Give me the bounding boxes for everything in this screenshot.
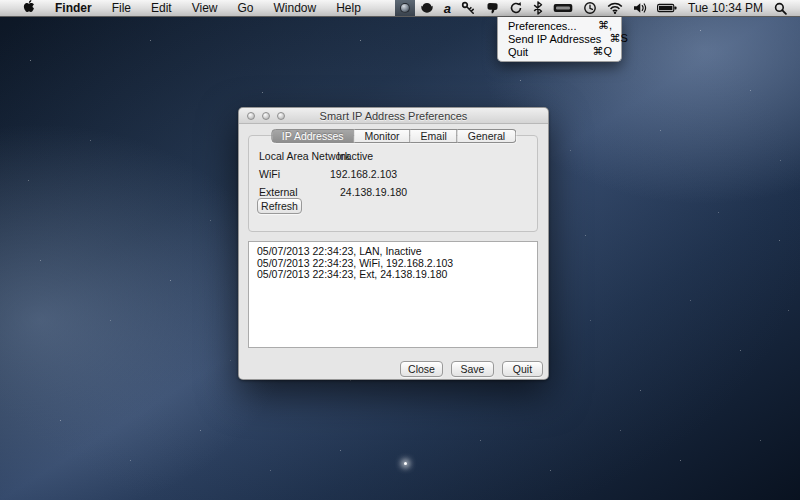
window-title-bar[interactable]: Smart IP Address Preferences	[239, 108, 548, 124]
close-button[interactable]: Close	[400, 361, 443, 377]
elephant-icon[interactable]	[480, 0, 504, 16]
zoom-window-button[interactable]	[277, 112, 285, 120]
sync-icon[interactable]	[504, 0, 528, 16]
keyboard-icon[interactable]	[548, 0, 578, 16]
desktop: Finder File Edit View Go Window Help a	[0, 0, 800, 500]
menu-item-send-ip-addresses[interactable]: Send IP Addresses ⌘S	[498, 32, 621, 45]
menu-extra-dropdown: Preferences... ⌘, Send IP Addresses ⌘S Q…	[497, 17, 622, 62]
key-icon[interactable]	[456, 0, 480, 16]
shortcut-preferences: ⌘,	[598, 19, 612, 32]
external-row: External 24.138.19.180	[259, 186, 298, 198]
apple-icon	[22, 0, 35, 17]
external-ip-value: 24.138.19.180	[340, 186, 407, 198]
menu-finder[interactable]: Finder	[45, 0, 102, 16]
menu-bar-left: Finder File Edit View Go Window Help	[0, 0, 371, 16]
volume-icon[interactable]	[628, 0, 652, 16]
menu-help[interactable]: Help	[326, 0, 371, 16]
bright-star	[404, 462, 407, 465]
minimize-window-button[interactable]	[262, 112, 270, 120]
shortcut-quit: ⌘Q	[592, 45, 612, 58]
menu-item-quit[interactable]: Quit ⌘Q	[498, 45, 621, 58]
window-title: Smart IP Address Preferences	[239, 110, 548, 122]
tab-monitor[interactable]: Monitor	[355, 129, 411, 143]
battery-icon[interactable]	[652, 0, 682, 16]
wifi-icon[interactable]	[602, 0, 628, 16]
time-machine-icon[interactable]	[578, 0, 602, 16]
tab-bar: IP Addresses Monitor Email General	[271, 129, 516, 143]
apple-menu[interactable]	[12, 0, 45, 16]
menu-file[interactable]: File	[102, 0, 141, 16]
traffic-lights	[239, 112, 285, 120]
tab-general[interactable]: General	[458, 129, 516, 143]
close-window-button[interactable]	[247, 112, 255, 120]
log-line: 05/07/2013 22:34:23, Ext, 24.138.19.180	[257, 269, 537, 281]
tab-email[interactable]: Email	[411, 129, 458, 143]
quit-button[interactable]: Quit	[502, 361, 543, 377]
preferences-window: Smart IP Address Preferences IP Addresse…	[238, 107, 549, 380]
lan-status: Inactive	[337, 150, 373, 162]
refresh-button[interactable]: Refresh	[257, 198, 302, 214]
lan-row: Local Area Network Inactive	[259, 150, 350, 162]
save-button[interactable]: Save	[451, 361, 494, 377]
menu-go[interactable]: Go	[228, 0, 264, 16]
growl-icon[interactable]	[415, 0, 439, 16]
wifi-label: WiFi	[259, 168, 280, 180]
ip-addresses-group-box: Local Area Network Inactive WiFi 192.168…	[248, 135, 538, 232]
menu-item-preferences[interactable]: Preferences... ⌘,	[498, 19, 621, 32]
external-label: External	[259, 186, 298, 198]
menu-bar: Finder File Edit View Go Window Help a	[0, 0, 800, 17]
menu-bar-status-area: a	[395, 0, 800, 16]
wifi-ip-value: 192.168.2.103	[330, 168, 397, 180]
smart-ip-orb-icon	[400, 3, 410, 13]
letter-a-icon[interactable]: a	[439, 0, 456, 16]
log-text-area[interactable]: 05/07/2013 22:34:23, LAN, Inactive 05/07…	[248, 241, 538, 348]
menu-bar-clock[interactable]: Tue 10:34 PM	[682, 1, 769, 15]
spotlight-icon[interactable]	[769, 0, 792, 16]
smart-ip-menu-extra[interactable]	[395, 0, 415, 16]
menu-view[interactable]: View	[182, 0, 228, 16]
bluetooth-icon[interactable]	[528, 0, 548, 16]
wifi-row: WiFi 192.168.2.103	[259, 168, 280, 180]
shortcut-send-ip: ⌘S	[609, 32, 627, 45]
log-line: 05/07/2013 22:34:23, LAN, Inactive	[257, 246, 537, 258]
tab-ip-addresses[interactable]: IP Addresses	[271, 129, 355, 143]
menu-window[interactable]: Window	[264, 0, 327, 16]
menu-edit[interactable]: Edit	[141, 0, 182, 16]
